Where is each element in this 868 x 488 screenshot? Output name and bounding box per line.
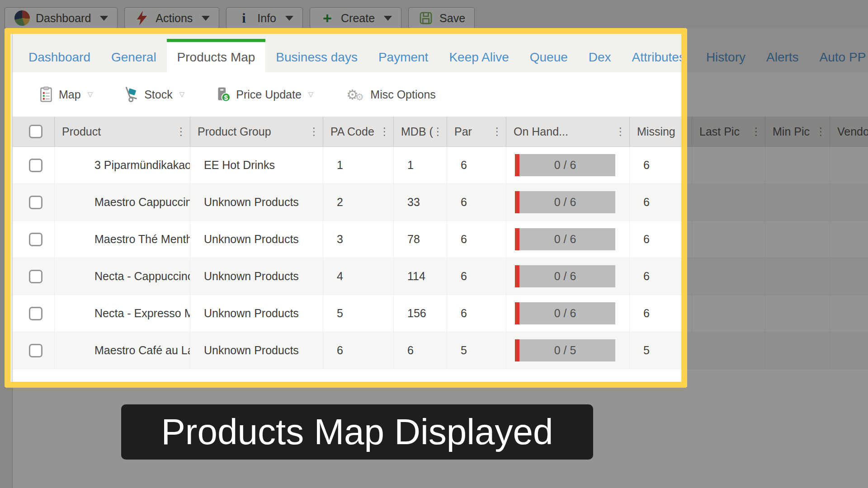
table-row[interactable]: Necta - Expresso M...Unknown Products515…	[13, 295, 868, 332]
progress-fill	[515, 228, 519, 250]
column-menu-icon[interactable]: ⋮	[433, 126, 443, 138]
row-checkbox[interactable]	[29, 307, 42, 320]
table-row[interactable]: 3 Piparmündikakao ...EE Hot Drinks1160 /…	[13, 147, 868, 184]
cell-last-pic	[692, 332, 765, 369]
column-menu-icon[interactable]: ⋮	[492, 126, 502, 138]
column-menu-icon[interactable]: ⋮	[176, 126, 186, 138]
lightning-icon	[134, 10, 150, 26]
actions-button[interactable]: Actions	[124, 7, 219, 29]
cell-missing: 6	[630, 258, 692, 295]
table-row[interactable]: Maestro Café au Lai...Unknown Products66…	[13, 332, 868, 369]
column-header-vendou[interactable]: Vendou	[830, 117, 868, 146]
column-header-on-hand[interactable]: On Hand...⋮	[506, 117, 630, 146]
misc-options-label: Misc Options	[370, 88, 435, 101]
dashboard-button-label: Dashboard	[36, 12, 91, 25]
row-checkbox[interactable]	[29, 159, 42, 172]
column-header-missing[interactable]: Missing	[630, 117, 692, 146]
cell-par: 6	[447, 147, 506, 183]
cell-on-hand: 0 / 6	[506, 295, 630, 332]
map-menu-button[interactable]: Map ▽	[38, 86, 93, 103]
progress-fill	[515, 339, 519, 361]
row-select-cell	[13, 184, 55, 221]
plus-icon: +	[319, 10, 335, 26]
map-menu-label: Map	[59, 88, 81, 101]
cell-product-group: Unknown Products	[190, 184, 323, 221]
clipboard-icon	[38, 86, 54, 103]
column-header-product-group[interactable]: Product Group⋮	[190, 117, 323, 146]
column-header-last-pic[interactable]: Last Pic⋮	[692, 117, 765, 146]
tab-products-map[interactable]: Products Map	[167, 39, 266, 72]
row-select-cell	[13, 332, 55, 369]
gears-icon: ⚙⚙	[344, 86, 366, 103]
save-button[interactable]: Save	[408, 7, 475, 29]
map-toolbar: Map ▽ Stock ▽	[13, 72, 868, 117]
cell-product: Necta - Cappuccino...	[55, 258, 190, 295]
info-button[interactable]: i Info	[226, 7, 303, 29]
tab-queue[interactable]: Queue	[519, 39, 578, 72]
row-checkbox[interactable]	[29, 233, 42, 246]
cell-on-hand: 0 / 5	[506, 332, 630, 369]
cell-par: 6	[447, 221, 506, 258]
row-checkbox[interactable]	[29, 270, 42, 283]
tab-payment[interactable]: Payment	[368, 39, 439, 72]
tab-keep-alive[interactable]: Keep Alive	[439, 39, 519, 72]
table-row[interactable]: Maestro Cappuccin...Unknown Products2336…	[13, 184, 868, 221]
tab-auto-pp-ca[interactable]: Auto PP Ca	[809, 39, 868, 72]
tab-history[interactable]: History	[696, 39, 756, 72]
table-body: 3 Piparmündikakao ...EE Hot Drinks1160 /…	[13, 147, 868, 369]
tab-dex[interactable]: Dex	[578, 39, 622, 72]
column-header-mdb[interactable]: MDB (⋮	[394, 117, 447, 146]
row-checkbox[interactable]	[29, 196, 42, 209]
on-hand-progress-bar: 0 / 6	[515, 265, 615, 287]
column-header-label: Product Group	[198, 125, 271, 138]
row-checkbox[interactable]	[29, 344, 42, 357]
chevron-down-icon: ▽	[179, 90, 185, 99]
caret-down-icon	[202, 16, 210, 21]
column-header-label: PA Code	[330, 125, 374, 138]
create-button[interactable]: + Create	[310, 7, 401, 29]
cell-last-pic	[692, 258, 765, 295]
column-menu-icon[interactable]: ⋮	[379, 126, 390, 138]
column-menu-icon[interactable]: ⋮	[816, 126, 826, 138]
cell-missing: 6	[630, 147, 692, 183]
caption-banner: Products Map Displayed	[121, 404, 593, 460]
cell-vendor	[830, 184, 868, 221]
cell-vendor	[830, 221, 868, 258]
caret-down-icon	[100, 16, 108, 21]
column-header-min-pic[interactable]: Min Pic⋮	[765, 117, 830, 146]
pie-chart-icon	[14, 10, 30, 26]
row-select-cell	[13, 221, 55, 258]
table-row[interactable]: Necta - Cappuccino...Unknown Products411…	[13, 258, 868, 295]
on-hand-progress-bar: 0 / 6	[515, 154, 615, 176]
tab-general[interactable]: General	[101, 39, 167, 72]
column-header-label: Missing	[637, 125, 675, 138]
cell-mdb: 78	[394, 221, 447, 258]
progress-fill	[515, 191, 519, 213]
column-menu-icon[interactable]: ⋮	[751, 126, 761, 138]
svg-text:$: $	[224, 94, 228, 101]
cell-mdb: 114	[394, 258, 447, 295]
create-button-label: Create	[341, 12, 375, 25]
tab-attributes[interactable]: Attributes	[622, 39, 696, 72]
table-row[interactable]: Maestro Thé Menth...Unknown Products3786…	[13, 221, 868, 258]
column-header-par[interactable]: Par⋮	[447, 117, 506, 146]
tab-dashboard[interactable]: Dashboard	[18, 39, 101, 72]
column-header-label: Last Pic	[699, 125, 740, 138]
select-all-checkbox[interactable]	[29, 125, 42, 138]
dashboard-button[interactable]: Dashboard	[5, 7, 118, 29]
tab-alerts[interactable]: Alerts	[756, 39, 809, 72]
misc-options-button[interactable]: ⚙⚙ Misc Options	[344, 86, 435, 103]
column-header-pa-code[interactable]: PA Code⋮	[323, 117, 394, 146]
table-header: Product⋮Product Group⋮PA Code⋮MDB (⋮Par⋮…	[13, 117, 868, 147]
column-menu-icon[interactable]: ⋮	[309, 126, 319, 138]
tab-business-days[interactable]: Business days	[265, 39, 368, 72]
column-header-product[interactable]: Product⋮	[55, 117, 190, 146]
price-update-menu-button[interactable]: $ Price Update ▽	[215, 86, 313, 103]
stock-menu-button[interactable]: Stock ▽	[123, 86, 184, 103]
column-menu-icon[interactable]: ⋮	[615, 126, 626, 138]
on-hand-progress-bar: 0 / 6	[515, 228, 615, 250]
row-select-cell	[13, 295, 55, 332]
caption-text: Products Map Displayed	[161, 411, 553, 453]
progress-fill	[515, 154, 519, 176]
cell-missing: 6	[630, 221, 692, 258]
